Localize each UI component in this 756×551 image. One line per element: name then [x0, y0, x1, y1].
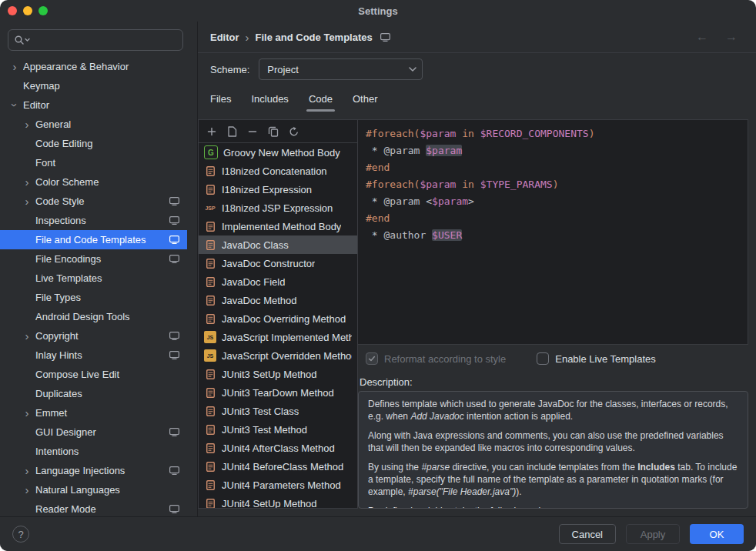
copy-template-icon[interactable]: [268, 126, 279, 137]
template-item-junit4-afterclass-method[interactable]: JUnit4 AfterClass Method: [199, 439, 357, 457]
apply-button[interactable]: Apply: [626, 524, 680, 544]
description-text: By using the: [368, 462, 421, 473]
template-item-javascript-overridden-method[interactable]: JSJavaScript Overridden Method: [199, 346, 357, 365]
sidebar-item-intentions[interactable]: Intentions: [0, 442, 187, 461]
chevron-right-icon[interactable]: ›: [18, 176, 35, 188]
template-item-label: Implemented Method Body: [222, 221, 341, 232]
sidebar-item-duplicates[interactable]: Duplicates: [0, 384, 187, 403]
sidebar-item-inspections[interactable]: Inspections: [0, 211, 187, 230]
template-item-junit4-beforeclass-method[interactable]: JUnit4 BeforeClass Method: [199, 457, 357, 476]
template-file-icon: [204, 423, 216, 436]
template-item-javadoc-overriding-method[interactable]: JavaDoc Overriding Method: [199, 309, 357, 328]
scheme-dropdown[interactable]: Project: [259, 58, 423, 80]
sidebar-item-file-encodings[interactable]: File Encodings: [0, 249, 187, 269]
chevron-right-icon[interactable]: ›: [18, 330, 35, 342]
chevron-down-icon[interactable]: ›: [9, 97, 21, 114]
sidebar-item-natural-languages[interactable]: ›Natural Languages: [0, 480, 187, 499]
sidebar-item-reader-mode[interactable]: Reader Mode: [0, 499, 187, 517]
sidebar-item-language-injections[interactable]: ›Language Injections: [0, 461, 187, 480]
forward-arrow-icon[interactable]: →: [725, 30, 738, 44]
template-item-junit4-parameters-method[interactable]: JUnit4 Parameters Method: [199, 476, 357, 494]
template-item-label: JUnit3 Test Class: [222, 406, 299, 417]
sidebar-item-file-and-code-templates[interactable]: File and Code Templates: [0, 230, 187, 249]
description-box[interactable]: Defines template which used to generate …: [358, 391, 748, 509]
sidebar-item-copyright[interactable]: ›Copyright: [0, 326, 187, 346]
screen-icon: [169, 216, 179, 225]
template-item-junit4-setup-method[interactable]: JUnit4 SetUp Method: [199, 494, 357, 508]
template-item-label: JavaDoc Method: [222, 295, 297, 306]
chevron-down-icon: [408, 66, 417, 72]
tab-code[interactable]: Code: [301, 85, 340, 112]
chevron-right-icon[interactable]: ›: [6, 61, 23, 72]
sidebar-item-android-design-tools[interactable]: Android Design Tools: [0, 307, 187, 326]
template-item-junit3-setup-method[interactable]: JUnit3 SetUp Method: [199, 365, 357, 383]
sidebar-item-keymap[interactable]: Keymap: [0, 76, 187, 95]
chevron-right-icon[interactable]: ›: [18, 465, 35, 476]
reformat-checkbox[interactable]: Reformat according to style: [366, 352, 506, 365]
chevron-right-icon[interactable]: ›: [18, 407, 35, 419]
template-item-i18nized-concatenation[interactable]: I18nized Concatenation: [199, 162, 357, 180]
sidebar-item-gui-designer[interactable]: GUI Designer: [0, 422, 187, 442]
sidebar-item-appearance-behavior[interactable]: ›Appearance & Behavior: [0, 57, 187, 76]
sidebar-item-label: Duplicates: [35, 388, 187, 399]
sidebar-item-label: General: [35, 119, 187, 130]
sidebar-item-editor[interactable]: ›Editor: [0, 95, 187, 115]
code-segment: * @author: [366, 229, 432, 241]
template-item-javadoc-field[interactable]: JavaDoc Field: [199, 272, 357, 291]
sidebar-item-label: Natural Languages: [35, 484, 187, 496]
template-item-groovy-new-method-body[interactable]: GGroovy New Method Body: [199, 143, 357, 162]
description-label: Description:: [358, 372, 748, 391]
sidebar-item-label: Code Editing: [35, 138, 187, 149]
sidebar-item-general[interactable]: ›General: [0, 115, 187, 134]
template-item-javadoc-method[interactable]: JavaDoc Method: [199, 291, 357, 309]
jsp-file-icon: JSP: [204, 202, 216, 214]
tab-includes[interactable]: Includes: [243, 85, 296, 112]
chevron-right-icon[interactable]: ›: [18, 195, 35, 207]
breadcrumb-item-file-and-code-templates[interactable]: File and Code Templates: [256, 32, 373, 43]
code-segment: >: [468, 195, 474, 207]
titlebar[interactable]: Settings: [0, 0, 756, 22]
settings-search[interactable]: [8, 29, 183, 51]
template-file-icon: [204, 497, 216, 508]
template-item-javascript-implemented-method[interactable]: JSJavaScript Implemented Method: [199, 328, 357, 346]
tab-other[interactable]: Other: [345, 85, 386, 112]
zoom-window-button[interactable]: [38, 6, 48, 15]
template-item-implemented-method-body[interactable]: Implemented Method Body: [199, 217, 357, 235]
template-item-i18nized-expression[interactable]: I18nized Expression: [199, 180, 357, 199]
help-button[interactable]: ?: [12, 526, 29, 543]
remove-template-icon[interactable]: [247, 126, 258, 137]
code-segment: $RECORD_COMPONENTS: [480, 128, 589, 139]
sidebar-item-color-scheme[interactable]: ›Color Scheme: [0, 172, 187, 192]
close-window-button[interactable]: [8, 6, 17, 15]
cancel-button[interactable]: Cancel: [559, 524, 616, 544]
breadcrumb-item-editor[interactable]: Editor: [210, 32, 239, 43]
enable-live-templates-checkbox[interactable]: Enable Live Templates: [537, 352, 656, 365]
template-item-i18nized-jsp-expression[interactable]: JSPI18nized JSP Expression: [199, 199, 357, 217]
sidebar-item-font[interactable]: Font: [0, 153, 187, 172]
window-title: Settings: [358, 5, 397, 17]
add-template-icon[interactable]: [206, 126, 217, 137]
tab-files[interactable]: Files: [202, 85, 239, 112]
template-item-javadoc-class[interactable]: JavaDoc Class: [199, 235, 357, 254]
sidebar-item-live-templates[interactable]: Live Templates: [0, 269, 187, 288]
template-editor[interactable]: #foreach($param in $RECORD_COMPONENTS) *…: [358, 119, 748, 345]
search-input[interactable]: [34, 34, 177, 47]
sidebar-item-compose-live-edit[interactable]: Compose Live Edit: [0, 365, 187, 384]
template-item-junit3-test-class[interactable]: JUnit3 Test Class: [199, 402, 357, 420]
sidebar-item-code-editing[interactable]: Code Editing: [0, 134, 187, 153]
sidebar-item-file-types[interactable]: File Types: [0, 288, 187, 307]
chevron-right-icon[interactable]: ›: [18, 484, 35, 496]
template-item-javadoc-constructor[interactable]: JavaDoc Constructor: [199, 254, 357, 272]
template-item-junit3-test-method[interactable]: JUnit3 Test Method: [199, 420, 357, 439]
ok-button[interactable]: OK: [690, 524, 744, 544]
sidebar-item-code-style[interactable]: ›Code Style: [0, 192, 187, 211]
sidebar-item-emmet[interactable]: ›Emmet: [0, 403, 187, 422]
sidebar-item-inlay-hints[interactable]: Inlay Hints: [0, 346, 187, 365]
chevron-right-icon[interactable]: ›: [18, 119, 35, 130]
template-item-junit3-teardown-method[interactable]: JUnit3 TearDown Method: [199, 383, 357, 402]
create-child-template-icon[interactable]: [227, 126, 237, 137]
reset-to-default-icon[interactable]: [289, 126, 299, 137]
sidebar-item-label: Emmet: [35, 407, 187, 419]
back-arrow-icon[interactable]: ←: [696, 30, 708, 44]
minimize-window-button[interactable]: [23, 6, 32, 15]
